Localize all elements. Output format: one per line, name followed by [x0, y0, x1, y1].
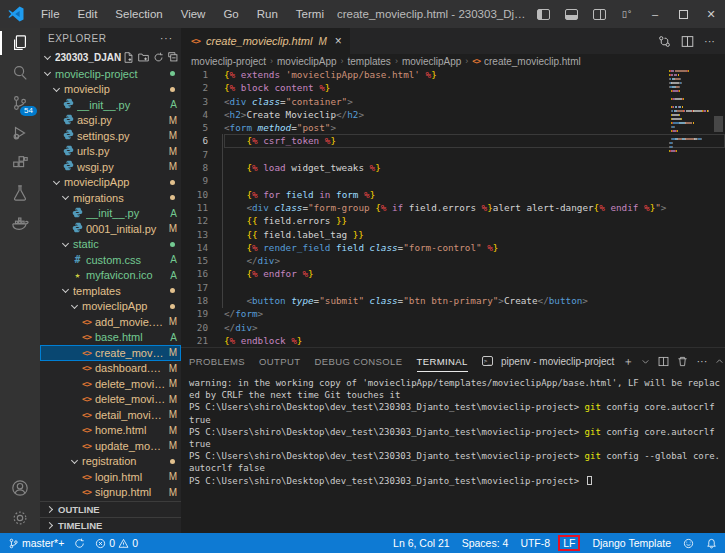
tree-item-add_movie.html[interactable]: <>add_movie.htmlM: [40, 314, 181, 330]
docker-icon[interactable]: [0, 208, 40, 238]
maximize-panel-icon[interactable]: [715, 357, 724, 366]
menu-view[interactable]: View: [172, 8, 215, 20]
code-line-11[interactable]: 11 <div class="form-group {% if field.er…: [181, 201, 725, 214]
split-editor-icon[interactable]: [681, 35, 694, 48]
menu-go[interactable]: Go: [214, 8, 247, 20]
terminal-dropdown-icon[interactable]: [641, 357, 650, 366]
breadcrumb-item[interactable]: movieclipApp: [402, 56, 461, 67]
cursor-position-item[interactable]: Ln 6, Col 21: [393, 537, 450, 549]
kill-terminal-icon[interactable]: [677, 356, 688, 367]
tab-output[interactable]: OUTPUT: [259, 351, 300, 371]
menu-terminal[interactable]: Termi: [287, 8, 333, 20]
tree-item-__init__.py[interactable]: __init__.pyA: [40, 97, 181, 113]
extensions-icon[interactable]: [0, 148, 40, 178]
tree-item-templates[interactable]: templates: [40, 283, 181, 299]
notifications-bell-icon[interactable]: [706, 538, 717, 549]
code-line-8[interactable]: 8 {% load widget_tweaks %}: [181, 161, 725, 174]
tree-item-create_movieclip.html[interactable]: <>create_movieclip.htmlM: [40, 345, 181, 361]
feedback-icon[interactable]: [683, 538, 694, 549]
code-line-17[interactable]: 17: [181, 281, 725, 294]
tree-item-wsgi.py[interactable]: wsgi.pyM: [40, 159, 181, 175]
settings-gear-icon[interactable]: [0, 503, 40, 533]
close-button[interactable]: ✕: [697, 0, 725, 28]
toggle-panel-icon[interactable]: [557, 0, 585, 28]
editor-scrollbar[interactable]: [711, 68, 725, 347]
tree-item-dashboard.html[interactable]: <>dashboard.htmlM: [40, 361, 181, 377]
code-line-5[interactable]: 5<form method="post">: [181, 121, 725, 134]
code-line-6[interactable]: 6 {% csrf_token %}: [181, 134, 725, 147]
search-icon[interactable]: [0, 58, 40, 88]
new-terminal-icon[interactable]: ＋: [622, 354, 633, 369]
refresh-icon[interactable]: [153, 52, 164, 63]
workspace-section-header[interactable]: 230303_DJANT...: [40, 48, 181, 66]
editor-more-actions-icon[interactable]: ···: [704, 35, 715, 47]
code-line-15[interactable]: 15 </div>: [181, 254, 725, 267]
maximize-button[interactable]: [669, 0, 697, 28]
tab-create-movieclip[interactable]: <> create_movieclip.html M ×: [181, 28, 350, 54]
customize-layout-icon[interactable]: ▯°: [613, 0, 641, 28]
language-mode-item[interactable]: Django Template: [592, 537, 671, 549]
explorer-more-actions-icon[interactable]: ···: [160, 33, 173, 44]
menu-selection[interactable]: Selection: [106, 8, 171, 20]
code-line-20[interactable]: 20</div>: [181, 321, 725, 334]
breadcrumb[interactable]: movieclip-project› movieclipApp› templat…: [181, 54, 725, 68]
breadcrumb-item[interactable]: templates: [348, 56, 391, 67]
timeline-section[interactable]: TIMELINE: [40, 517, 181, 533]
collapse-all-icon[interactable]: [168, 52, 179, 63]
testing-icon[interactable]: [0, 178, 40, 208]
sync-changes-item[interactable]: [74, 538, 85, 549]
tree-item-settings.py[interactable]: settings.pyM: [40, 128, 181, 144]
tree-item-registration[interactable]: registration: [40, 454, 181, 470]
tab-debug-console[interactable]: DEBUG CONSOLE: [314, 351, 402, 371]
accounts-icon[interactable]: [0, 473, 40, 503]
breadcrumb-item[interactable]: movieclipApp: [277, 56, 336, 67]
breadcrumb-item[interactable]: movieclip-project: [191, 56, 266, 67]
encoding-item[interactable]: UTF-8: [520, 537, 550, 549]
menu-edit[interactable]: Edit: [69, 8, 107, 20]
tree-item-0001_initial.py[interactable]: 0001_initial.pyM: [40, 221, 181, 237]
tree-item-signup.html[interactable]: <>signup.htmlM: [40, 485, 181, 501]
code-line-4[interactable]: 4<h2>Create Movieclip</h2>: [181, 108, 725, 121]
tree-item-detail_movieclip.html[interactable]: <>detail_movieclip.htmlM: [40, 407, 181, 423]
run-debug-icon[interactable]: [0, 118, 40, 148]
code-line-2[interactable]: 2{% block content %}: [181, 81, 725, 94]
tree-item-asgi.py[interactable]: asgi.pyM: [40, 113, 181, 129]
code-line-14[interactable]: 14 {% render_field field class="form-con…: [181, 241, 725, 254]
tab-close-icon[interactable]: ×: [335, 34, 342, 48]
tree-item-__init__.py[interactable]: __init__.pyA: [40, 206, 181, 222]
split-terminal-icon[interactable]: [658, 356, 669, 367]
code-line-12[interactable]: 12 {{ field.errors }}: [181, 214, 725, 227]
code-line-9[interactable]: 9: [181, 174, 725, 187]
tree-item-movieclipApp[interactable]: movieclipApp: [40, 175, 181, 191]
tree-item-movieclip[interactable]: movieclip: [40, 82, 181, 98]
open-changes-icon[interactable]: [658, 35, 671, 48]
toggle-sidebar-icon[interactable]: [529, 0, 557, 28]
tree-item-base.html[interactable]: <>base.htmlA: [40, 330, 181, 346]
eol-item-highlighted[interactable]: LF: [558, 535, 580, 551]
tree-item-static[interactable]: static: [40, 237, 181, 253]
menu-run[interactable]: Run: [248, 8, 287, 20]
tree-item-delete_movieclip.html[interactable]: <>delete_movieclip.htmlM: [40, 392, 181, 408]
scrollbar-thumb[interactable]: [714, 116, 723, 132]
tree-item-migrations[interactable]: migrations: [40, 190, 181, 206]
tree-item-login.html[interactable]: <>login.htmlM: [40, 469, 181, 485]
tree-item-urls.py[interactable]: urls.pyM: [40, 144, 181, 160]
terminal-output[interactable]: warning: in the working copy of 'moviecl…: [181, 374, 725, 533]
outline-section[interactable]: OUTLINE: [40, 501, 181, 517]
explorer-icon[interactable]: [0, 28, 40, 58]
new-folder-icon[interactable]: [138, 52, 149, 63]
code-line-21[interactable]: 21{% endblock %}: [181, 334, 725, 347]
breadcrumb-item[interactable]: create_movieclip.html: [484, 56, 581, 67]
code-editor[interactable]: 1{% extends 'movieclipApp/base.html' %}2…: [181, 68, 725, 347]
code-line-7[interactable]: 7: [181, 148, 725, 161]
terminal-picker[interactable]: pipenv - movieclip-project: [501, 356, 614, 367]
minimap[interactable]: [669, 70, 711, 154]
indentation-item[interactable]: Spaces: 4: [462, 537, 509, 549]
code-line-16[interactable]: 16 {% endfor %}: [181, 267, 725, 280]
tree-item-update_movieclip.html[interactable]: <>update_movieclip.htmlM: [40, 438, 181, 454]
code-line-10[interactable]: 10 {% for field in form %}: [181, 188, 725, 201]
code-line-19[interactable]: 19</form>: [181, 307, 725, 320]
git-branch-item[interactable]: master*+: [8, 537, 64, 549]
panel-more-actions-icon[interactable]: ···: [696, 355, 707, 367]
source-control-icon[interactable]: 54: [0, 88, 40, 118]
